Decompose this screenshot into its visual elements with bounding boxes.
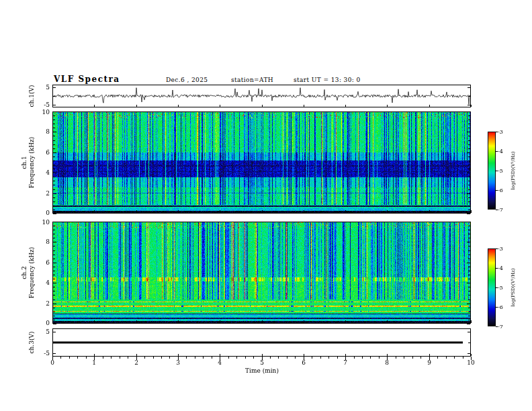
spec1-ytick: 8 bbox=[34, 128, 50, 135]
x-tick-label: 0 bbox=[50, 359, 54, 366]
ch3-wave-ytick: -5 bbox=[34, 350, 50, 357]
ch1-wave-ytick: -5 bbox=[34, 101, 50, 108]
x-tick-label: 5 bbox=[260, 359, 264, 366]
x-tick-label: 8 bbox=[385, 359, 389, 366]
spec1-ytick: 4 bbox=[34, 169, 50, 176]
vlf-spectra-figure: VLF Spectra Dec.6 , 2025 station=ATH sta… bbox=[0, 0, 532, 411]
colorbar2-tick: -3 bbox=[498, 246, 513, 252]
spec1-ytick: 6 bbox=[34, 149, 50, 156]
ch1-wave-ytick: 5 bbox=[34, 84, 50, 91]
figure-date: Dec.6 , 2025 bbox=[166, 77, 208, 83]
ch2-spectrogram-channel-label: ch.2 bbox=[21, 247, 28, 299]
ch3-wave-ytick: 5 bbox=[34, 328, 50, 335]
ch1-spectrogram-ylabel: ch.1 Frequency (kHz) bbox=[21, 137, 36, 189]
figure-station: station=ATH bbox=[231, 77, 273, 83]
ch2-spectrogram-plot bbox=[52, 222, 471, 324]
x-tick-label: 9 bbox=[427, 359, 431, 366]
figure-title: VLF Spectra bbox=[54, 75, 120, 84]
figure-start-ut: start UT = 13: 30: 0 bbox=[294, 77, 361, 83]
ch3-waveform-plot bbox=[52, 328, 471, 357]
spec1-ytick: 10 bbox=[34, 109, 50, 116]
x-tick-label: 3 bbox=[176, 359, 180, 366]
spec2-ytick: 0 bbox=[34, 320, 50, 326]
x-tick-label: 6 bbox=[302, 359, 306, 366]
spec2-ytick: 8 bbox=[34, 238, 50, 245]
x-tick-label: 4 bbox=[218, 359, 222, 366]
spec2-ytick: 2 bbox=[34, 300, 50, 307]
ch1-spectrogram-plot bbox=[52, 111, 471, 214]
colorbar1-tick: -3 bbox=[498, 129, 513, 135]
ch1-waveform-plot bbox=[52, 85, 471, 107]
colorbar-1 bbox=[488, 132, 496, 210]
spec2-ytick: 10 bbox=[34, 219, 50, 226]
colorbar2-tick: -7 bbox=[498, 324, 513, 330]
ch2-spectrogram-ylabel: ch.2 Frequency (kHz) bbox=[21, 247, 36, 299]
colorbar2-label: log(PSD)(V²/Hz) bbox=[511, 269, 516, 307]
x-tick-label: 2 bbox=[134, 359, 138, 366]
spec2-ytick: 4 bbox=[34, 279, 50, 286]
colorbar1-tick: -7 bbox=[498, 207, 513, 213]
x-tick-label: 7 bbox=[343, 359, 347, 366]
colorbar-2 bbox=[488, 248, 496, 326]
spec2-ytick: 6 bbox=[34, 259, 50, 266]
spec1-ytick: 2 bbox=[34, 190, 50, 197]
x-tick-label: 10 bbox=[467, 359, 474, 366]
x-axis-label: Time (min) bbox=[245, 367, 279, 374]
ch1-spectrogram-channel-label: ch.1 bbox=[21, 137, 28, 189]
x-tick-label: 1 bbox=[92, 359, 96, 366]
ch2-spectrogram-frequency-label: Frequency (kHz) bbox=[28, 247, 36, 299]
colorbar1-label: log(PSD)(V²/Hz) bbox=[511, 152, 516, 190]
ch1-spectrogram-frequency-label: Frequency (kHz) bbox=[28, 137, 36, 189]
spec1-ytick: 0 bbox=[34, 210, 50, 216]
